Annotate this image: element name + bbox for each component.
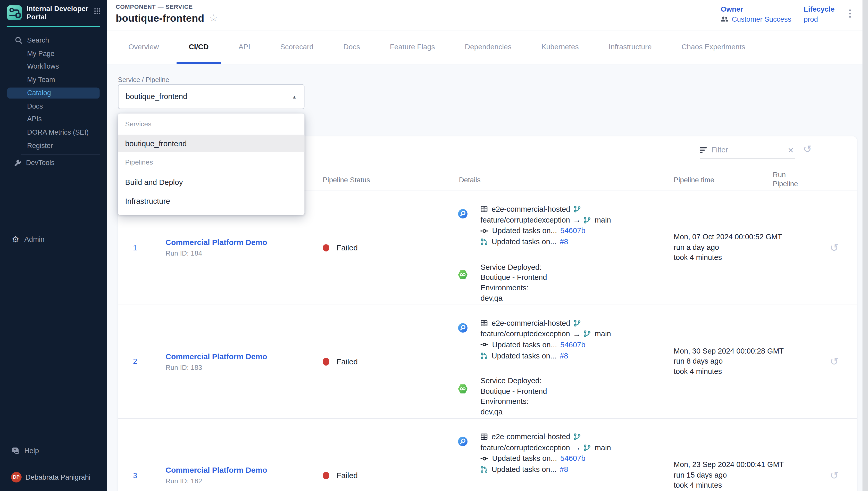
repo-name[interactable]: e2e-commercial-hosted xyxy=(492,205,570,213)
sidebar-item-label: DORA Metrics (SEI) xyxy=(27,128,89,136)
sidebar-item-label: Search xyxy=(27,36,49,44)
run-duration: took 4 minutes xyxy=(674,367,784,377)
sidebar-item-admin[interactable]: ⚙ Admin xyxy=(0,232,107,246)
tab-api[interactable]: API xyxy=(226,30,262,64)
table-body: 1 Commercial Platform Demo Run ID: 184 F… xyxy=(118,191,857,491)
status-cell: Failed xyxy=(323,419,358,491)
gear-icon: ⚙ xyxy=(11,235,20,243)
target-branch[interactable]: main xyxy=(594,443,611,452)
sidebar-item-search[interactable]: Search xyxy=(0,34,107,47)
sidebar-item-label: Help xyxy=(25,446,39,455)
sidebar-item-register[interactable]: Register xyxy=(0,139,107,152)
git-branch-icon xyxy=(574,433,581,440)
tab-chaos-experiments[interactable]: Chaos Experiments xyxy=(669,30,757,64)
git-commit-icon xyxy=(480,342,488,347)
pipeline-time-cell: Mon, 07 Oct 2024 00:00:52 GMT run a day … xyxy=(674,232,782,263)
dropdown-option-boutique-frontend[interactable]: boutique_frontend xyxy=(118,135,305,152)
favorite-star-icon[interactable]: ☆ xyxy=(209,13,218,24)
repo-name[interactable]: e2e-commercial-hosted xyxy=(492,319,570,327)
pipeline-name-link[interactable]: Commercial Platform Demo xyxy=(165,465,267,475)
lifecycle-value: prod xyxy=(804,15,835,23)
tab-overview[interactable]: Overview xyxy=(116,30,171,64)
source-branch[interactable]: feature/corruptedexception xyxy=(480,216,570,224)
git-branch-icon xyxy=(574,319,581,327)
sidebar-item-workflows[interactable]: Workflows xyxy=(0,60,107,73)
tab-dependencies[interactable]: Dependencies xyxy=(453,30,524,64)
rerun-pipeline-icon[interactable]: ↺ xyxy=(825,305,843,418)
sidebar-item-apis[interactable]: APIs xyxy=(0,113,107,126)
deployed-service: Boutique - Frontend xyxy=(480,386,547,396)
run-index[interactable]: 3 xyxy=(126,419,145,491)
col-header-pipeline-time: Pipeline time xyxy=(674,176,714,184)
commit-link[interactable]: 54607b xyxy=(560,227,585,235)
pr-link[interactable]: #8 xyxy=(560,351,568,360)
run-duration: took 4 minutes xyxy=(674,253,782,263)
pull-request-icon xyxy=(480,352,488,359)
pr-link[interactable]: #8 xyxy=(560,238,568,246)
dropdown-option-build-and-deploy[interactable]: Build and Deploy xyxy=(118,173,305,192)
status-text: Failed xyxy=(337,471,358,480)
pipeline-name-link[interactable]: Commercial Platform Demo xyxy=(165,237,267,248)
vertical-scrollbar[interactable] xyxy=(863,0,868,491)
sidebar-item-dora-metrics[interactable]: DORA Metrics (SEI) xyxy=(0,126,107,139)
sidebar-item-docs[interactable]: Docs xyxy=(0,99,107,113)
sidebar-user[interactable]: DP Debabrata Panigrahi xyxy=(0,470,107,484)
filter-input[interactable] xyxy=(710,145,778,155)
commit-link[interactable]: 54607b xyxy=(560,341,585,349)
app-root: Internal Developer Portal Search xyxy=(0,0,868,491)
pipeline-select[interactable]: boutique_frontend ▲ xyxy=(118,84,305,109)
sidebar-accent-rule xyxy=(7,26,100,27)
repository-icon xyxy=(480,319,488,327)
rerun-pipeline-icon[interactable]: ↺ xyxy=(825,419,843,491)
source-branch[interactable]: feature/corruptedexception xyxy=(480,330,570,338)
sidebar-item-catalog[interactable]: Catalog xyxy=(7,87,100,98)
rerun-pipeline-icon[interactable]: ↺ xyxy=(825,191,843,304)
pull-request-icon xyxy=(480,238,488,246)
target-branch[interactable]: main xyxy=(594,330,611,338)
sidebar-item-label: Admin xyxy=(25,235,44,243)
deployed-label: Service Deployed: xyxy=(480,376,547,386)
source-branch[interactable]: feature/corruptedexception xyxy=(480,443,570,452)
sidebar-item-devtools[interactable]: DevTools xyxy=(0,156,107,170)
sidebar-item-my-page[interactable]: My Page xyxy=(0,47,107,60)
tab-kubernetes[interactable]: Kubernetes xyxy=(529,30,591,64)
tab-cicd[interactable]: CI/CD xyxy=(177,30,221,64)
sidebar-item-my-team[interactable]: My Team xyxy=(0,73,107,86)
pipeline-name-link[interactable]: Commercial Platform Demo xyxy=(165,351,267,361)
arrow-right-icon: → xyxy=(573,443,581,452)
owner-block: Owner Customer Success xyxy=(721,5,792,23)
tab-docs[interactable]: Docs xyxy=(331,30,372,64)
sidebar: Internal Developer Portal Search xyxy=(0,0,107,491)
more-options-kebab-icon[interactable] xyxy=(847,7,853,20)
tab-scorecard[interactable]: Scorecard xyxy=(268,30,326,64)
pr-message: Updated tasks on... xyxy=(492,238,556,246)
arrow-right-icon: → xyxy=(573,329,581,338)
repository-icon xyxy=(480,206,488,213)
svg-text:?: ? xyxy=(14,448,16,452)
col-header-run-pipeline: RunPipeline xyxy=(773,171,798,189)
owner-value[interactable]: Customer Success xyxy=(721,15,792,23)
app-switcher-icon[interactable] xyxy=(94,7,100,15)
tab-infrastructure[interactable]: Infrastructure xyxy=(596,30,663,64)
run-id: Run ID: 182 xyxy=(165,477,267,486)
run-id: Run ID: 183 xyxy=(165,363,267,372)
pr-link[interactable]: #8 xyxy=(560,465,568,473)
run-relative: run a day ago xyxy=(674,243,782,253)
status-cell: Failed xyxy=(323,191,358,304)
sidebar-item-help[interactable]: ? Help xyxy=(0,444,107,458)
run-date: Mon, 07 Oct 2024 00:00:52 GMT xyxy=(674,232,782,243)
dropdown-option-infrastructure[interactable]: Infrastructure xyxy=(118,192,305,210)
commit-link[interactable]: 54607b xyxy=(560,454,585,463)
deployed-label: Service Deployed: xyxy=(480,490,547,491)
target-branch[interactable]: main xyxy=(594,216,611,224)
tab-feature-flags[interactable]: Feature Flags xyxy=(378,30,447,64)
repo-name[interactable]: e2e-commercial-hosted xyxy=(492,433,570,441)
refresh-icon[interactable]: ↺ xyxy=(803,143,812,155)
user-name: Debabrata Panigrahi xyxy=(26,473,90,481)
git-branch-icon xyxy=(584,444,591,451)
clear-filter-icon[interactable]: ✕ xyxy=(787,145,795,154)
run-relative: run 8 days ago xyxy=(674,356,784,367)
arrow-right-icon: → xyxy=(573,215,581,224)
run-index[interactable]: 2 xyxy=(126,305,145,418)
failed-status-dot xyxy=(323,472,329,479)
